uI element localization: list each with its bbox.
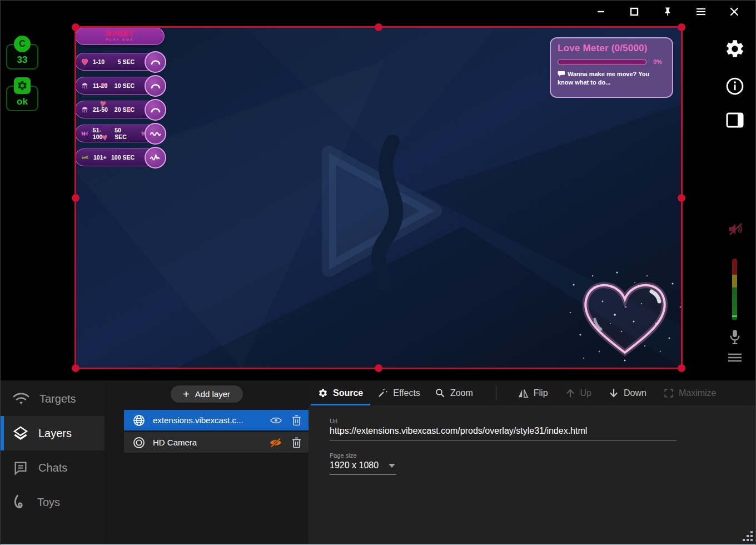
tip-menu-title: H♥NEY (76, 29, 164, 37)
bottom-nav: Targets Layers Chats Toys (1, 380, 105, 545)
camera-lens-icon (132, 436, 146, 449)
selection-handle-mid-right[interactable] (678, 194, 685, 202)
muted-speaker-icon[interactable] (727, 221, 744, 240)
love-meter-overlay: Love Meter (0/5000) 0% Wanna make me mov… (550, 37, 673, 98)
arrow-up-icon (565, 388, 576, 399)
tab-source[interactable]: Source (311, 380, 370, 405)
chevron-down-icon (389, 464, 395, 468)
window-resize-grip[interactable] (742, 530, 754, 542)
love-meter-percent: 0% (653, 58, 662, 65)
microphone-icon[interactable] (728, 329, 742, 348)
tip-row: 21-50 20 SEC (75, 100, 166, 119)
magic-wand-icon (377, 388, 388, 398)
titlebar (1, 1, 755, 23)
vibration-wave-icon (145, 147, 166, 169)
info-icon[interactable] (725, 76, 745, 98)
selection-handle-top-left[interactable] (72, 23, 79, 31)
volume-meter (732, 259, 737, 320)
nav-item-layers[interactable]: Layers (1, 416, 105, 450)
page-size-dropdown[interactable]: Page size 1920 x 1080 (330, 452, 396, 475)
move-down-button[interactable]: Down (600, 380, 655, 405)
settings-gear-icon[interactable] (724, 38, 745, 62)
jellyfish-icon (81, 106, 89, 114)
toolbar-divider (496, 386, 496, 400)
panel-layout-icon[interactable] (725, 111, 745, 131)
flip-horizontal-icon (517, 388, 529, 399)
tip-row: 51-100 50 SEC (75, 123, 166, 143)
tip-menu-header: H♥NEY PLAY BOX (75, 27, 165, 45)
minimize-button[interactable] (594, 5, 608, 18)
toy-icon (12, 494, 28, 511)
selection-handle-mid-left[interactable] (72, 194, 79, 202)
status-ok-value: ok (17, 96, 28, 107)
maximize-layer-button[interactable]: Maximize (655, 380, 725, 405)
menu-icon[interactable] (694, 5, 708, 18)
gear-icon (14, 77, 31, 94)
delete-layer-icon[interactable] (290, 436, 303, 449)
selection-handle-top-center[interactable] (375, 23, 382, 31)
jellyfish-icon (81, 82, 89, 90)
dragonfly-icon (81, 153, 89, 162)
close-button[interactable] (728, 5, 741, 18)
bottom-panel: Targets Layers Chats Toys + Add layer (1, 380, 756, 545)
tip-menu-subtitle: PLAY BOX (76, 37, 164, 42)
nav-item-chats[interactable]: Chats (1, 450, 105, 485)
credits-value: 33 (17, 54, 28, 66)
coin-icon: C (14, 36, 31, 52)
tip-menu-overlay: H♥NEY PLAY BOX 1-10 5 SEC (75, 27, 166, 171)
app-window: C 33 ok H♥NEY (0, 0, 756, 545)
tab-zoom[interactable]: Zoom (427, 380, 480, 405)
url-field[interactable]: Url https://extensions.vibexcast.com/pro… (330, 418, 677, 440)
plus-icon: + (183, 389, 190, 400)
maximize-corners-icon (663, 388, 674, 399)
layer-name: extensions.vibexcast.c... (153, 415, 262, 425)
heart-icon (81, 58, 89, 66)
nav-item-toys[interactable]: Toys (1, 485, 105, 519)
status-ok-badge[interactable]: ok (6, 77, 38, 111)
layer-row-web-overlay[interactable]: extensions.vibexcast.c... (124, 410, 309, 430)
maximize-button[interactable] (628, 5, 641, 18)
vibration-arc-icon (145, 51, 166, 73)
selection-handle-bottom-right[interactable] (678, 364, 685, 372)
video-preview[interactable]: H♥NEY PLAY BOX 1-10 5 SEC (74, 26, 683, 369)
visibility-on-icon[interactable] (269, 414, 282, 427)
selection-handle-top-right[interactable] (678, 23, 685, 31)
chat-icon (12, 460, 29, 475)
vibration-arc-icon (145, 75, 166, 97)
pin-icon[interactable] (661, 5, 674, 18)
layer-row-hd-camera[interactable]: HD Camera (124, 432, 309, 453)
url-value: https://extensions.vibexcast.com/prods/o… (330, 426, 677, 436)
layer-name: HD Camera (153, 438, 262, 447)
globe-icon (132, 414, 146, 427)
speech-bubble-icon (558, 71, 565, 77)
selection-handle-bottom-left[interactable] (72, 364, 79, 372)
stage: C 33 ok H♥NEY (1, 1, 756, 380)
butterfly-icon (81, 130, 89, 138)
glow-heart-graphic (564, 268, 683, 368)
source-panel: Source Effects Zoom Flip Up (309, 380, 756, 545)
source-tabbar: Source Effects Zoom Flip Up (309, 380, 756, 405)
flip-button[interactable]: Flip (509, 380, 556, 405)
love-meter-caption: Wanna make me move? You know what to do.… (558, 70, 665, 87)
tab-effects[interactable]: Effects (370, 380, 427, 405)
credits-badge[interactable]: C 33 (6, 36, 38, 70)
arrow-down-icon (608, 388, 619, 399)
love-meter-progressbar (558, 59, 646, 65)
add-layer-button[interactable]: + Add layer (171, 385, 243, 403)
play-logo-watermark (314, 132, 447, 290)
nav-item-targets[interactable]: Targets (1, 382, 105, 416)
vibration-arc-icon (145, 99, 166, 121)
url-label: Url (330, 418, 677, 424)
wifi-icon (12, 392, 30, 406)
move-up-button[interactable]: Up (556, 380, 600, 405)
gear-icon (318, 388, 328, 398)
page-size-value: 1920 x 1080 (330, 460, 379, 470)
selection-handle-bottom-center[interactable] (375, 364, 382, 372)
delete-layer-icon[interactable] (290, 414, 303, 427)
tip-row: 1-10 5 SEC (75, 52, 166, 71)
audio-menu-icon[interactable] (727, 351, 743, 366)
tip-row: 11-20 10 SEC (75, 76, 166, 95)
visibility-off-icon[interactable] (269, 436, 282, 449)
love-meter-title: Love Meter (0/5000) (558, 43, 665, 54)
page-size-label: Page size (330, 452, 396, 459)
